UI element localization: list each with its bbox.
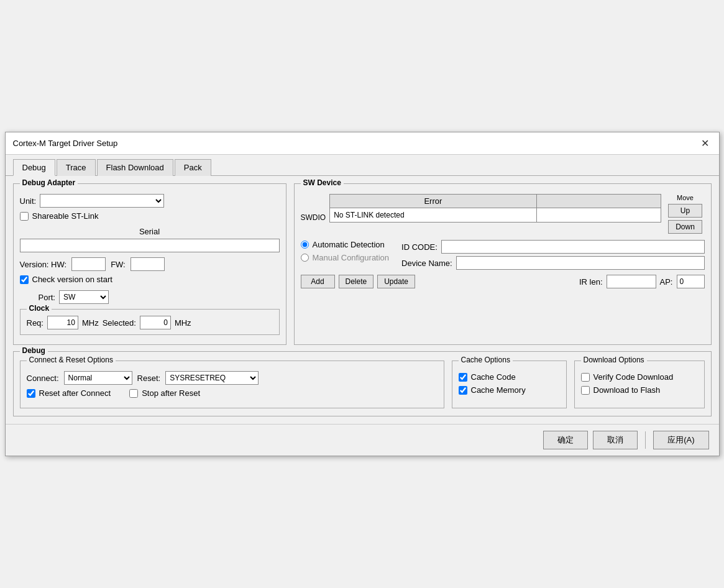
footer-divider [645, 431, 646, 449]
window-title: Cortex-M Target Driver Setup [13, 139, 118, 148]
swdio-col: SWDIO [301, 194, 330, 227]
version-row: Version: HW: FW: [20, 257, 280, 271]
port-label: Port: [39, 293, 55, 302]
unit-select[interactable] [40, 194, 164, 208]
reset-after-connect-label: Reset after Connect [39, 388, 111, 398]
stop-after-reset-checkbox[interactable] [129, 389, 138, 398]
download-flash-checkbox[interactable] [581, 386, 590, 395]
download-options-box: Download Options Verify Code Download Do… [574, 361, 705, 408]
id-area: ID CODE: Device Name: [401, 240, 704, 270]
cache-code-label: Cache Code [471, 372, 516, 382]
cache-options-box: Cache Options Cache Code Cache Memory [452, 361, 567, 408]
add-button[interactable]: Add [301, 275, 335, 288]
cache-code-checkbox[interactable] [459, 373, 467, 382]
tab-pack[interactable]: Pack [175, 159, 211, 176]
sw-table-area: SWDIO Error [301, 194, 661, 227]
sw-device-group: SW Device SWDIO Error [294, 183, 712, 345]
auto-detect-radio[interactable] [301, 241, 309, 249]
mhz2-label: MHz [175, 318, 191, 328]
cancel-button[interactable]: 取消 [593, 431, 638, 449]
req-label: Req: [27, 318, 44, 328]
apply-button[interactable]: 应用(A) [653, 431, 708, 449]
check-version-checkbox[interactable] [20, 275, 29, 284]
unit-row: Unit: [20, 194, 280, 208]
selected-label: Selected: [103, 318, 136, 328]
connect-reset-title: Connect & Reset Options [27, 356, 116, 364]
reset-options-row: Reset after Connect Stop after Reset [27, 388, 438, 402]
move-label: Move [677, 194, 694, 201]
sw-device-content: SWDIO Error [301, 194, 661, 234]
stop-after-reset-label: Stop after Reset [142, 388, 200, 398]
detection-area: Automatic Detection Manual Configuration… [301, 240, 705, 270]
tab-trace[interactable]: Trace [57, 159, 96, 176]
reset-select[interactable]: SYSRESETREQ VECTRESET Hardware [165, 371, 259, 385]
connect-reset-box: Connect & Reset Options Connect: Normal … [20, 361, 444, 408]
debug-section-title: Debug [20, 346, 48, 355]
req-input[interactable] [47, 316, 78, 329]
move-buttons-area: Move Up Down [661, 194, 705, 234]
id-code-input[interactable] [441, 240, 705, 254]
down-button[interactable]: Down [668, 220, 702, 234]
unit-label: Unit: [20, 196, 37, 206]
tab-flash-download[interactable]: Flash Download [97, 159, 173, 176]
device-name-input[interactable] [456, 256, 705, 270]
table-row: No ST-LINK detected [330, 208, 661, 223]
ap-label: AP: [660, 277, 673, 287]
download-options-title: Download Options [581, 356, 647, 364]
close-button[interactable]: ✕ [699, 137, 712, 149]
mhz1-label: MHz [82, 318, 99, 328]
manual-config-row: Manual Configuration [301, 253, 390, 262]
sw-device-title: SW Device [301, 178, 344, 187]
manual-config-radio[interactable] [301, 254, 309, 262]
debug-adapter-group: Debug Adapter Unit: Shareable ST-Link Se… [13, 183, 286, 345]
footer: 确定 取消 应用(A) [6, 424, 719, 456]
clock-group: Clock Req: MHz Selected: MHz [20, 309, 280, 335]
serial-input[interactable] [20, 239, 280, 252]
ap-input[interactable] [677, 275, 705, 288]
auto-detect-row: Automatic Detection [301, 240, 390, 249]
tab-bar: Debug Trace Flash Download Pack [6, 155, 719, 176]
update-button[interactable]: Update [377, 275, 415, 288]
detection-col: Automatic Detection Manual Configuration [301, 240, 390, 262]
ir-len-input[interactable] [607, 275, 656, 288]
port-select[interactable]: SW JTAG [59, 290, 109, 304]
clock-title: Clock [27, 304, 52, 313]
table-header-2 [536, 195, 661, 208]
fw-input[interactable] [131, 257, 165, 271]
debug-adapter-title: Debug Adapter [20, 178, 78, 187]
delete-button[interactable]: Delete [339, 275, 374, 288]
ok-button[interactable]: 确定 [543, 431, 588, 449]
target-com-section: Port: SW JTAG Clock Req: MHz Selected: [20, 290, 280, 335]
verify-code-checkbox[interactable] [581, 373, 590, 382]
serial-section: Serial [20, 227, 280, 252]
up-button[interactable]: Up [668, 204, 702, 218]
selected-input[interactable] [140, 316, 171, 329]
shareable-row: Shareable ST-Link [20, 211, 280, 221]
version-label: Version: HW: [20, 260, 67, 269]
shareable-checkbox[interactable] [20, 212, 29, 221]
cache-memory-label: Cache Memory [471, 385, 526, 395]
hw-input[interactable] [71, 257, 106, 271]
clock-row: Req: MHz Selected: MHz [27, 316, 273, 329]
tab-debug[interactable]: Debug [13, 159, 55, 176]
download-flash-row: Download to Flash [581, 385, 698, 395]
device-name-label: Device Name: [401, 259, 452, 268]
cache-memory-checkbox[interactable] [459, 386, 467, 395]
debug-inner: Connect & Reset Options Connect: Normal … [20, 361, 705, 408]
id-code-row: ID CODE: [401, 240, 704, 254]
sw-device-main: SWDIO Error [301, 194, 705, 234]
main-content: Debug Adapter Unit: Shareable ST-Link Se… [6, 176, 719, 424]
title-bar: Cortex-M Target Driver Setup ✕ [6, 132, 719, 155]
reset-after-connect-row: Reset after Connect [27, 388, 111, 398]
connect-select[interactable]: Normal with Pre-reset Under Reset [64, 371, 132, 385]
verify-code-row: Verify Code Download [581, 372, 698, 382]
shareable-label: Shareable ST-Link [32, 211, 99, 221]
port-row: Port: SW JTAG [20, 290, 280, 304]
reset-after-connect-checkbox[interactable] [27, 389, 35, 398]
cache-options-title: Cache Options [459, 356, 513, 364]
debug-section: Debug Connect & Reset Options Connect: N… [13, 351, 712, 416]
cache-memory-row: Cache Memory [459, 385, 560, 395]
manual-config-label: Manual Configuration [313, 253, 390, 262]
action-buttons: Add Delete Update [301, 275, 415, 288]
ir-len-label: IR len: [579, 277, 603, 287]
